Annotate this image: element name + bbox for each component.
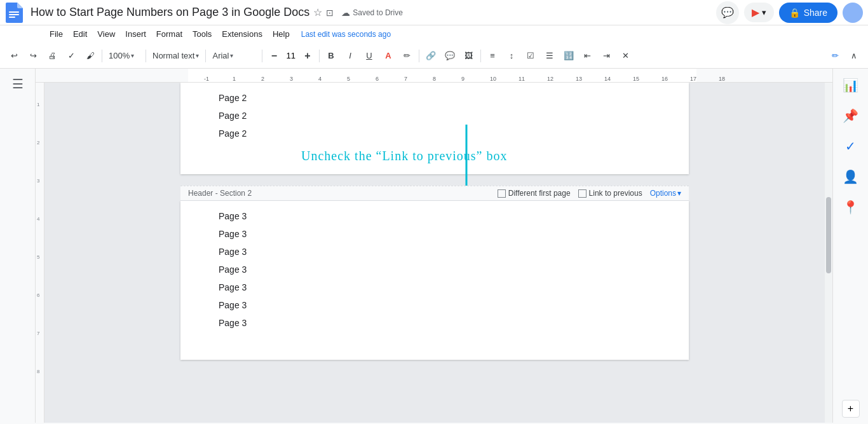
annotation-text: Uncheck the “Link to previous” box (301, 149, 507, 163)
suggest-edit-button[interactable]: ✏ (826, 47, 844, 65)
different-first-page-group: Different first page (498, 189, 571, 198)
title-bar: How to Start Page Numbers on Page 3 in G… (0, 0, 868, 25)
bold-button[interactable]: B (322, 47, 340, 65)
contacts-icon[interactable]: 👤 (839, 165, 862, 188)
last-edit[interactable]: Last edit was seconds ago (301, 30, 391, 39)
menu-view[interactable]: View (92, 25, 120, 43)
cloud-icon: ☁ (341, 8, 350, 18)
ruler-mark: 18 (719, 76, 725, 82)
ruler-mark: 17 (690, 76, 696, 82)
outline-icon[interactable]: ☰ (12, 76, 24, 92)
maps-icon[interactable]: 📍 (839, 196, 862, 219)
underline-button[interactable]: U (360, 47, 378, 65)
ruler-mark: 12 (547, 76, 553, 82)
page3-line-3: Page 3 (219, 243, 651, 261)
menu-format[interactable]: Format (151, 25, 187, 43)
share-button[interactable]: 🔒 Share (779, 3, 837, 23)
link-button[interactable]: 🔗 (422, 47, 440, 65)
vruler-num: 2 (37, 140, 39, 146)
options-label: Options (650, 189, 676, 198)
vruler-num: 3 (37, 178, 39, 184)
menu-help[interactable]: Help (268, 25, 295, 43)
page2-content: Page 2 Page 2 Page 2 Uncheck the “Link t… (180, 83, 689, 155)
doc-title[interactable]: How to Start Page Numbers on Page 3 in G… (31, 6, 309, 19)
header-section-label: Header - Section 2 (188, 189, 498, 198)
menu-file[interactable]: File (44, 25, 68, 43)
ruler-mark: 13 (576, 76, 582, 82)
page3-content: Page 3 Page 3 Page 3 Page 3 Page 3 Page … (180, 201, 689, 345)
align-button[interactable]: ≡ (484, 47, 501, 65)
toolbar-sep-7 (480, 50, 481, 62)
zoom-arrow: ▾ (131, 52, 134, 59)
numbered-list-button[interactable]: 🔢 (560, 47, 578, 65)
toolbar-sep-3 (205, 50, 206, 62)
folder-icon[interactable]: ⊡ (326, 8, 334, 18)
tasks-icon[interactable]: ✓ (839, 135, 862, 158)
options-button[interactable]: Options ▾ (650, 189, 681, 198)
decrease-indent-button[interactable]: ⇤ (579, 47, 597, 65)
star-icon[interactable]: ☆ (313, 6, 322, 18)
menu-edit[interactable]: Edit (68, 25, 92, 43)
zoom-dropdown[interactable]: 100% ▾ (105, 47, 143, 65)
ruler-mark: 11 (519, 76, 525, 82)
spellcheck-button[interactable]: ✓ (62, 47, 80, 65)
meet-label: ▾ (762, 8, 766, 17)
toolbar-sep-2 (146, 50, 146, 62)
ruler-mark: 7 (404, 76, 407, 82)
ruler-mark: 1 (233, 76, 236, 82)
toolbar-sep-1 (102, 50, 102, 62)
checklist-button[interactable]: ☑ (522, 47, 539, 65)
font-size-decrease[interactable]: − (265, 47, 283, 65)
line-spacing-button[interactable]: ↕ (503, 47, 520, 65)
share-label: Share (804, 8, 827, 18)
font-arrow: ▾ (230, 52, 233, 59)
chat-button[interactable]: 💬 (716, 1, 739, 24)
increase-indent-button[interactable]: ⇥ (598, 47, 616, 65)
right-sidebar: 📊 📌 ✓ 👤 📍 + (832, 69, 868, 423)
text-color-button[interactable]: A (379, 47, 397, 65)
sheets-icon[interactable]: 📊 (839, 74, 862, 97)
font-dropdown[interactable]: Arial ▾ (208, 47, 259, 65)
collapse-toolbar-button[interactable]: ∧ (845, 47, 863, 65)
scrollbar-area[interactable] (825, 83, 832, 423)
comment-button[interactable]: 💬 (441, 47, 459, 65)
print-button[interactable]: 🖨 (43, 47, 61, 65)
different-first-page-checkbox[interactable] (498, 189, 506, 198)
scrollbar-thumb[interactable] (826, 197, 831, 273)
ruler: -1 1 2 3 4 5 6 7 8 9 10 11 12 13 14 15 1… (36, 69, 832, 83)
svg-rect-1 (9, 14, 19, 15)
avatar[interactable] (843, 3, 863, 23)
left-sidebar: ☰ (0, 69, 36, 423)
page3-line-6: Page 3 (219, 296, 651, 314)
vertical-ruler: 1 2 3 4 5 6 7 8 (36, 83, 44, 423)
menu-tools[interactable]: Tools (187, 25, 217, 43)
zoom-value: 100% (109, 51, 130, 60)
ruler-mark: 15 (633, 76, 639, 82)
content-area: -1 1 2 3 4 5 6 7 8 9 10 11 12 13 14 15 1… (36, 69, 832, 423)
page-container[interactable]: Page 2 Page 2 Page 2 Uncheck the “Link t… (44, 83, 825, 423)
style-dropdown[interactable]: Normal text ▾ (149, 47, 203, 65)
page2-line-1: Page 2 (219, 89, 651, 107)
undo-button[interactable]: ↩ (5, 47, 23, 65)
add-sidebar-button[interactable]: + (842, 400, 860, 418)
image-button[interactable]: 🖼 (460, 47, 478, 65)
menu-insert[interactable]: Insert (120, 25, 151, 43)
ruler-mark: 10 (490, 76, 496, 82)
vruler-num: 6 (37, 292, 39, 298)
lock-icon: 🔒 (789, 8, 800, 18)
clear-format-button[interactable]: ✕ (617, 47, 635, 65)
bullet-list-button[interactable]: ☰ (541, 47, 559, 65)
keep-icon[interactable]: 📌 (839, 104, 862, 127)
menubar: File Edit View Insert Format Tools Exten… (0, 25, 868, 43)
redo-button[interactable]: ↪ (24, 47, 42, 65)
highlight-button[interactable]: ✏ (398, 47, 416, 65)
page2: Page 2 Page 2 Page 2 Uncheck the “Link t… (180, 83, 689, 174)
italic-button[interactable]: I (341, 47, 359, 65)
link-to-previous-checkbox[interactable] (578, 189, 587, 198)
font-size-increase[interactable]: + (299, 47, 316, 65)
page3: Page 3 Page 3 Page 3 Page 3 Page 3 Page … (180, 201, 689, 360)
saved-status: ☁ Saved to Drive (341, 8, 403, 18)
meet-button[interactable]: ▶ ▾ (744, 3, 774, 22)
menu-extensions[interactable]: Extensions (217, 25, 268, 43)
paint-format-button[interactable]: 🖌 (81, 47, 99, 65)
